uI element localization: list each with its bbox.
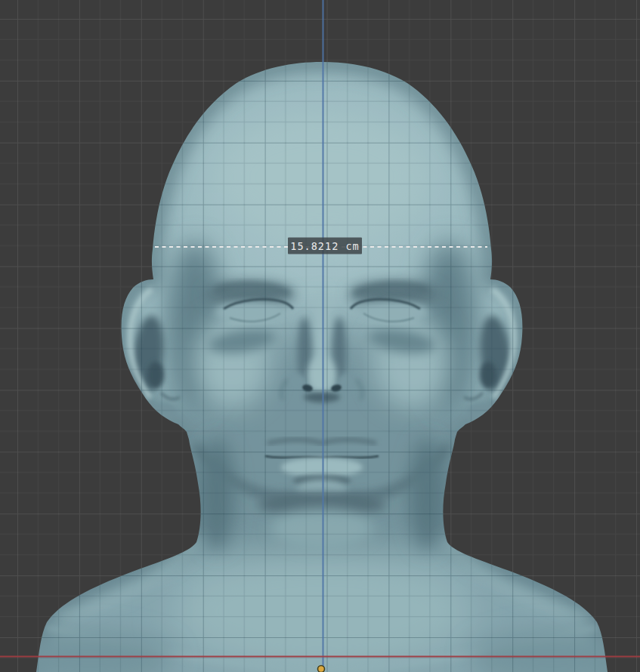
origin-point-icon[interactable]: [318, 666, 325, 672]
measurement-label: 15.8212 cm: [290, 240, 359, 252]
viewport-canvas[interactable]: 15.8212 cm: [0, 0, 640, 672]
3d-viewport[interactable]: 15.8212 cm: [0, 0, 640, 672]
